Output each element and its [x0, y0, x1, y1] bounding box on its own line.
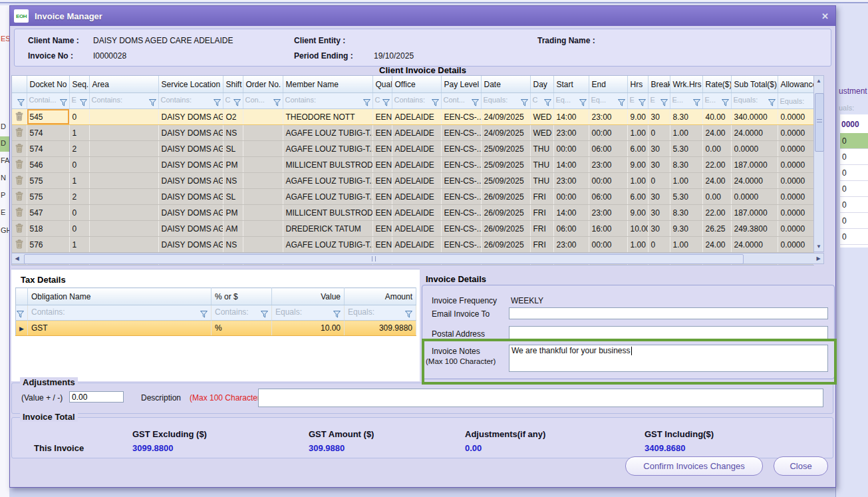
table-cell[interactable]: 546 [27, 157, 69, 173]
table-cell[interactable]: 249.3800 [731, 221, 778, 237]
table-cell[interactable]: THU [530, 173, 553, 189]
table-cell[interactable]: 30 [648, 205, 670, 221]
table-cell[interactable]: MILLICENT BULSTRODE [283, 157, 372, 173]
table-cell[interactable]: 00:00 [553, 189, 589, 205]
horizontal-scrollbar[interactable]: ◀ ▶ [11, 253, 824, 264]
table-cell[interactable]: 24.00 [702, 237, 731, 253]
table-cell[interactable]: ADELAIDE [392, 237, 441, 253]
table-cell[interactable]: 06:00 [553, 221, 589, 237]
table-cell[interactable]: 0.0000 [778, 173, 813, 189]
column-header-start[interactable]: Start [553, 76, 589, 93]
column-header-date[interactable]: Date [481, 76, 530, 93]
table-cell[interactable]: NS [223, 125, 243, 141]
table-cell[interactable]: NS [223, 173, 243, 189]
table-cell[interactable]: EEN-CS-... [441, 125, 481, 141]
table-cell[interactable] [89, 141, 158, 157]
delete-row-button[interactable] [12, 237, 27, 253]
column-header-rate[interactable]: Rate($) [702, 76, 731, 93]
filter-cell-4[interactable]: Contains: [158, 93, 223, 109]
table-cell[interactable]: 22.00 [702, 157, 731, 173]
table-cell[interactable]: DREDERICK TATUM [283, 221, 372, 237]
table-cell[interactable]: 14:00 [553, 205, 589, 221]
table-cell[interactable]: THU [530, 157, 553, 173]
delete-row-button[interactable] [12, 221, 27, 237]
table-cell[interactable]: ADELAIDE [392, 221, 441, 237]
column-header-docket-no[interactable]: Docket No [27, 76, 69, 93]
tax-cell[interactable]: 309.9880 [345, 321, 416, 336]
table-cell[interactable]: 1 [69, 173, 89, 189]
table-cell[interactable] [89, 173, 158, 189]
filter-cell-20[interactable]: Equals: [778, 93, 813, 109]
adjustment-description-input[interactable] [258, 389, 823, 407]
scroll-left-icon[interactable]: ◀ [12, 253, 22, 263]
table-cell[interactable]: 0.0000 [731, 141, 778, 157]
filter-icon[interactable] [382, 99, 390, 106]
table-cell[interactable] [243, 125, 283, 141]
table-cell[interactable]: SL [223, 141, 243, 157]
table-cell[interactable]: DAISY DOMS AG... [158, 221, 223, 237]
table-cell[interactable] [243, 173, 283, 189]
table-cell[interactable]: DAISY DOMS AG... [158, 189, 223, 205]
table-cell[interactable]: ADELAIDE [392, 157, 441, 173]
table-cell[interactable]: DAISY DOMS AG... [158, 109, 223, 125]
table-cell[interactable]: 30 [648, 221, 670, 237]
table-cell[interactable]: EEN [372, 173, 392, 189]
table-cell[interactable]: 40.00 [702, 109, 731, 125]
table-cell[interactable]: EEN [372, 205, 392, 221]
table-cell[interactable]: 547 [27, 205, 69, 221]
table-cell[interactable] [243, 189, 283, 205]
postal-address-input[interactable] [509, 326, 828, 341]
table-cell[interactable]: 2 [69, 141, 89, 157]
table-row[interactable]: 5742DAISY DOMS AG...SLAGAFE LOUZ TUBIG-T… [12, 141, 813, 157]
table-cell[interactable]: 0.0000 [778, 157, 813, 173]
table-cell[interactable]: ADELAIDE [392, 173, 441, 189]
table-cell[interactable]: 24.00 [702, 125, 731, 141]
table-cell[interactable]: 1.00 [670, 173, 702, 189]
table-cell[interactable]: 8.30 [670, 205, 702, 221]
column-header-wrk-hrs[interactable]: Wrk.Hrs [670, 76, 702, 93]
table-cell[interactable]: 8.30 [670, 157, 702, 173]
table-cell[interactable]: EEN-CS-... [441, 109, 481, 125]
column-header-qual[interactable]: Qual [372, 76, 392, 93]
filter-icon[interactable] [214, 99, 221, 106]
table-row[interactable]: 5752DAISY DOMS AG...SLAGAFE LOUZ TUBIG-T… [12, 189, 813, 205]
column-header-sub-total[interactable]: Sub Total($) [731, 76, 778, 93]
table-cell[interactable]: 24/09/2025 [481, 125, 530, 141]
table-cell[interactable]: EEN [372, 109, 392, 125]
column-header-seq[interactable]: Seq. [69, 76, 89, 93]
table-cell[interactable]: DAISY DOMS AG... [158, 205, 223, 221]
table-cell[interactable]: 1 [69, 125, 89, 141]
filter-icon[interactable] [722, 99, 729, 106]
table-cell[interactable]: 30 [648, 141, 670, 157]
table-cell[interactable]: 1.00 [627, 173, 648, 189]
table-cell[interactable]: 23:00 [553, 173, 589, 189]
table-cell[interactable]: 574 [27, 125, 69, 141]
table-cell[interactable]: 0.0000 [778, 237, 813, 253]
table-cell[interactable]: 24/09/2025 [481, 109, 530, 125]
table-cell[interactable]: 0.0000 [778, 189, 813, 205]
table-cell[interactable]: 0.0000 [778, 125, 813, 141]
table-cell[interactable]: 25/09/2025 [481, 141, 530, 157]
column-header-day[interactable]: Day [530, 76, 553, 93]
column-header-shift[interactable]: Shift [223, 76, 243, 93]
table-cell[interactable]: 24.00 [702, 173, 731, 189]
close-icon[interactable]: ✕ [821, 11, 829, 21]
tax-cell[interactable]: % [212, 321, 272, 336]
horizontal-scrollbar-thumb[interactable] [24, 254, 744, 264]
table-cell[interactable]: 26/09/2025 [481, 221, 530, 237]
table-cell[interactable]: DAISY DOMS AG... [158, 141, 223, 157]
filter-cell-15[interactable]: E [627, 93, 648, 109]
table-cell[interactable]: 0 [648, 125, 670, 141]
table-cell[interactable]: FRI [530, 205, 553, 221]
table-cell[interactable]: EEN [372, 237, 392, 253]
table-cell[interactable]: 518 [27, 221, 69, 237]
filter-cell-16[interactable]: E [648, 93, 670, 109]
table-cell[interactable]: 575 [27, 173, 69, 189]
filter-cell-0[interactable] [12, 93, 27, 109]
table-cell[interactable]: EEN-CS-... [441, 237, 481, 253]
filter-cell-7[interactable]: Contains: [283, 93, 372, 109]
table-row[interactable]: 5470DAISY DOMS AG...PMMILLICENT BULSTROD… [12, 205, 813, 221]
table-cell[interactable]: 0 [648, 237, 670, 253]
column-header-value[interactable]: Value [272, 288, 345, 305]
table-cell[interactable]: ADELAIDE [392, 141, 441, 157]
